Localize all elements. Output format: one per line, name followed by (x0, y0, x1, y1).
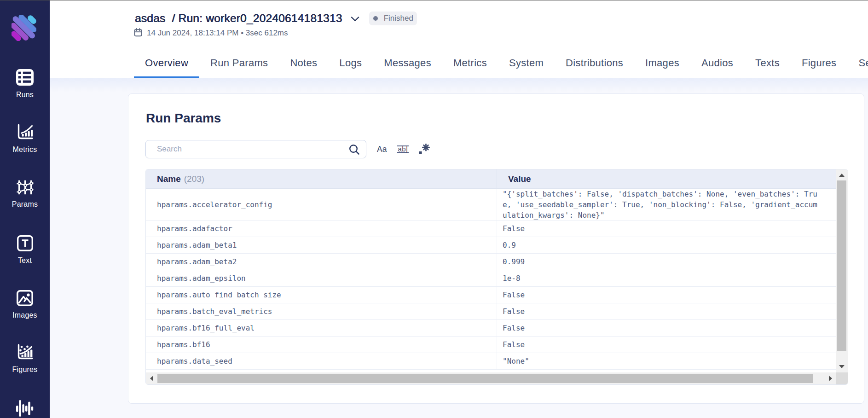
param-name-cell: hparams.adam_beta1 (146, 237, 497, 253)
horizontal-scrollbar-thumb[interactable] (157, 374, 813, 383)
sidebar-item-label: Images (12, 311, 37, 319)
tab[interactable]: Settings (847, 47, 868, 78)
table-row[interactable]: hparams.batch_eval_metrics False (146, 303, 836, 320)
column-header-name[interactable]: Name(203) (146, 169, 497, 188)
sidebar-item-label: Text (18, 256, 32, 265)
sidebar-item-metrics[interactable]: Metrics (0, 124, 50, 154)
search-row: Aa ab| (145, 140, 431, 158)
sidebar-item-images[interactable]: Images (0, 290, 50, 319)
row-count: (203) (184, 174, 204, 184)
run-name: Run: worker0_20240614181313 (179, 12, 342, 24)
audios-icon (16, 400, 34, 418)
param-name-cell: hparams.bf16_full_eval (146, 320, 497, 336)
tabbar-shadow (50, 78, 868, 92)
sidebar-item-label: Runs (16, 91, 34, 99)
experiment-name[interactable]: asdas (135, 12, 165, 24)
param-value-cell: False (497, 337, 836, 353)
calendar-icon (134, 28, 142, 39)
scroll-right-icon[interactable] (829, 376, 832, 381)
table-row[interactable]: hparams.accelerator_config "{'split_batc… (146, 189, 836, 221)
scrollbar-corner (836, 372, 848, 384)
match-case-button[interactable]: Aa (377, 141, 387, 157)
column-header-value[interactable]: Value (497, 169, 836, 188)
tab[interactable]: Overview (134, 47, 199, 78)
param-name-cell: hparams.accelerator_config (146, 189, 497, 220)
table-row[interactable]: hparams.auto_find_batch_size False (146, 287, 836, 303)
regex-button[interactable] (418, 141, 431, 157)
horizontal-scrollbar[interactable] (146, 372, 836, 384)
tab[interactable]: Texts (744, 47, 791, 78)
sidebar-item-figures[interactable]: Figures (0, 344, 50, 374)
text-icon (17, 235, 33, 253)
tab[interactable]: Run Params (199, 47, 279, 78)
param-name-cell: hparams.adafactor (146, 221, 497, 237)
figures-icon (17, 344, 34, 362)
scroll-up-icon[interactable] (839, 174, 845, 177)
table-row[interactable]: hparams.bf16_full_eval False (146, 320, 836, 337)
sidebar-item-label: Params (12, 200, 38, 209)
param-name-cell: hparams.data_seed (146, 353, 497, 369)
images-icon (17, 290, 33, 308)
tab[interactable]: Distributions (555, 47, 634, 78)
tab[interactable]: Images (634, 47, 690, 78)
param-name-cell: hparams.adam_beta2 (146, 254, 497, 270)
table-row[interactable]: hparams.adam_beta2 0.999 (146, 254, 836, 270)
status-dot-icon (373, 16, 378, 21)
param-value-cell: 1e-8 (497, 270, 836, 286)
chevron-down-icon[interactable] (351, 15, 359, 23)
tabs-list: Overview Run Params Notes Logs Messages … (50, 47, 868, 78)
sidebar-item-audios[interactable] (0, 400, 50, 418)
vertical-scrollbar-thumb[interactable] (837, 180, 846, 351)
param-value-cell: False (497, 303, 836, 319)
param-value-cell: "{'split_batches': False, 'dispatch_batc… (497, 189, 836, 220)
run-datetime: 14 Jun 2024, 18:13:14 PM • 3sec 612ms (147, 29, 288, 38)
tab[interactable]: Metrics (442, 47, 498, 78)
tab[interactable]: Figures (791, 47, 847, 78)
param-value-cell: False (497, 221, 836, 237)
sidebar-item-text[interactable]: Text (0, 235, 50, 265)
match-word-button[interactable]: ab| (397, 145, 408, 153)
params-icon (17, 180, 34, 197)
main-area: asdas / Run: worker0_20240614181313 Fini… (50, 0, 868, 418)
sidebar-item-label: Metrics (13, 145, 37, 154)
tab[interactable]: Audios (690, 47, 744, 78)
tab[interactable]: Notes (279, 47, 328, 78)
param-value-cell: 0.999 (497, 254, 836, 270)
sidebar-item-params[interactable]: Params (0, 180, 50, 209)
tab[interactable]: Logs (328, 47, 373, 78)
param-name-cell: hparams.batch_eval_metrics (146, 303, 497, 319)
aim-logo[interactable] (12, 15, 36, 43)
status-label: Finished (384, 14, 413, 23)
run-date-row: 14 Jun 2024, 18:13:14 PM • 3sec 612ms (134, 28, 288, 38)
tab[interactable]: System (498, 47, 555, 78)
window-top-edge (0, 0, 868, 0)
status-badge: Finished (369, 12, 417, 25)
table-row[interactable]: hparams.adafactor False (146, 221, 836, 237)
search-box (145, 140, 366, 158)
table-row[interactable]: hparams.adam_epsilon 1e-8 (146, 270, 836, 287)
table-row[interactable]: hparams.bf16 False (146, 337, 836, 353)
breadcrumb-title[interactable]: asdas / Run: worker0_20240614181313 (135, 12, 342, 25)
search-icon[interactable] (348, 144, 360, 157)
sidebar-item-label: Figures (12, 366, 38, 374)
params-table: Name(203) Value hparams.accelerator_conf… (145, 169, 848, 385)
param-name-cell: hparams.bf16 (146, 337, 497, 353)
sidebar-item-runs[interactable]: Runs (0, 69, 50, 99)
search-input[interactable] (146, 140, 366, 158)
breadcrumb: asdas / Run: worker0_20240614181313 Fini… (135, 11, 417, 26)
breadcrumb-separator: / (172, 12, 175, 24)
run-params-card: Run Params Aa ab| (128, 93, 864, 404)
metrics-icon (17, 124, 34, 142)
scroll-left-icon[interactable] (150, 376, 153, 381)
param-name-cell: hparams.auto_find_batch_size (146, 287, 497, 303)
table-header-row: Name(203) Value (146, 169, 836, 189)
sidebar: Runs Metrics (0, 0, 50, 418)
runs-icon (16, 69, 34, 87)
param-name-cell: hparams.adam_epsilon (146, 270, 497, 286)
table-body: hparams.accelerator_config "{'split_batc… (146, 189, 836, 370)
table-row[interactable]: hparams.adam_beta1 0.9 (146, 237, 836, 254)
vertical-scrollbar[interactable] (836, 169, 848, 372)
scroll-down-icon[interactable] (839, 365, 845, 368)
table-row[interactable]: hparams.data_seed "None" (146, 353, 836, 370)
tab[interactable]: Messages (373, 47, 442, 78)
